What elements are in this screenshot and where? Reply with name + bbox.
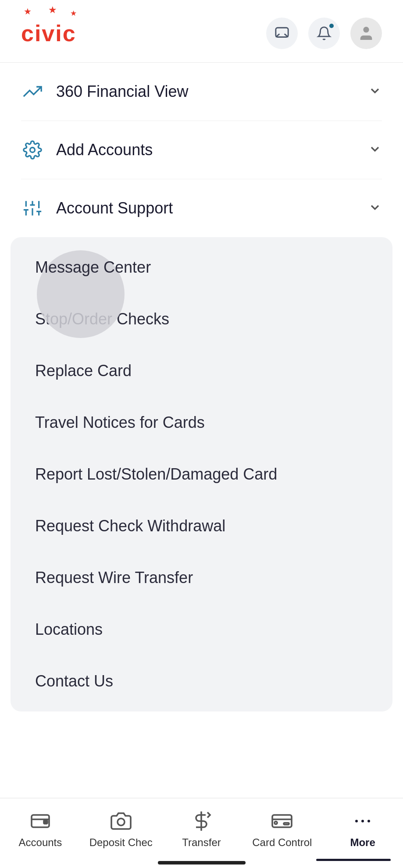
header-icons [266, 18, 382, 49]
user-avatar-button[interactable] [350, 18, 382, 49]
trending-up-icon [21, 80, 44, 103]
home-indicator [158, 861, 246, 864]
header: ★ ★ ★ Civic [0, 0, 403, 62]
account-support-label: Account Support [56, 199, 368, 217]
menu-section: 360 Financial View Add Accounts [0, 63, 403, 237]
wallet-icon [30, 811, 51, 833]
card-control-nav-label: Card Control [252, 836, 312, 849]
replace-card-label: Replace Card [35, 362, 132, 380]
contact-us-label: Contact Us [35, 672, 113, 690]
svg-point-23 [367, 820, 370, 822]
submenu-item-locations[interactable]: Locations [11, 604, 392, 655]
chat-button[interactable] [266, 18, 298, 49]
menu-item-account-support[interactable]: Account Support [21, 179, 382, 237]
account-support-submenu: Message Center Stop/Order Checks Replace… [11, 237, 392, 711]
submenu-item-travel-notices[interactable]: Travel Notices for Cards [11, 397, 392, 448]
financial-view-label: 360 Financial View [56, 82, 368, 101]
chevron-down-icon [368, 84, 382, 100]
nav-item-card-control[interactable]: Card Control [242, 798, 322, 859]
camera-icon [111, 811, 132, 833]
active-bar [316, 859, 391, 861]
settings-icon [21, 139, 44, 161]
svg-rect-19 [284, 823, 289, 825]
user-icon [357, 25, 375, 42]
card-icon [271, 811, 292, 833]
svg-point-1 [363, 27, 369, 32]
chevron-down-icon [368, 142, 382, 158]
svg-point-22 [361, 820, 364, 822]
logo: ★ ★ ★ Civic [21, 20, 76, 46]
accounts-nav-label: Accounts [19, 836, 62, 849]
nav-item-accounts[interactable]: Accounts [0, 798, 81, 859]
travel-notices-label: Travel Notices for Cards [35, 413, 205, 431]
transfer-icon [191, 811, 212, 833]
transfer-nav-label: Transfer [182, 836, 221, 849]
more-nav-label: More [350, 836, 375, 849]
request-check-label: Request Check Withdrawal [35, 517, 225, 535]
deposit-check-nav-label: Deposit Chec [89, 836, 153, 849]
add-accounts-label: Add Accounts [56, 141, 368, 159]
nav-item-deposit-check[interactable]: Deposit Chec [81, 798, 161, 859]
svg-point-21 [355, 820, 358, 822]
submenu-item-report-lost[interactable]: Report Lost/Stolen/Damaged Card [11, 448, 392, 500]
nav-item-more[interactable]: More [322, 798, 403, 859]
bell-button[interactable] [308, 18, 340, 49]
svg-rect-13 [44, 820, 47, 824]
svg-point-15 [118, 818, 125, 825]
message-center-label: Message Center [35, 258, 151, 276]
more-icon [352, 811, 373, 833]
submenu-item-stop-order-checks[interactable]: Stop/Order Checks [11, 293, 392, 345]
content-area: 360 Financial View Add Accounts [0, 63, 403, 804]
submenu-item-request-check[interactable]: Request Check Withdrawal [11, 500, 392, 552]
nav-item-transfer[interactable]: Transfer [161, 798, 242, 859]
submenu-item-request-wire[interactable]: Request Wire Transfer [11, 552, 392, 604]
svg-point-2 [30, 148, 35, 153]
menu-item-financial-view[interactable]: 360 Financial View [21, 63, 382, 121]
sliders-icon [21, 197, 44, 220]
svg-point-20 [275, 822, 277, 824]
chat-icon [275, 26, 289, 41]
bottom-nav: Accounts Deposit Chec Transfer [0, 798, 403, 868]
stop-order-checks-label: Stop/Order Checks [35, 310, 169, 328]
menu-item-add-accounts[interactable]: Add Accounts [21, 121, 382, 179]
submenu-item-replace-card[interactable]: Replace Card [11, 345, 392, 397]
submenu-item-contact-us[interactable]: Contact Us [11, 655, 392, 707]
notification-dot [328, 23, 335, 29]
logo-text: Civic [21, 21, 76, 46]
submenu-item-message-center[interactable]: Message Center [11, 242, 392, 293]
request-wire-label: Request Wire Transfer [35, 569, 193, 587]
report-lost-label: Report Lost/Stolen/Damaged Card [35, 465, 277, 483]
locations-label: Locations [35, 620, 103, 638]
chevron-down-icon [368, 200, 382, 216]
